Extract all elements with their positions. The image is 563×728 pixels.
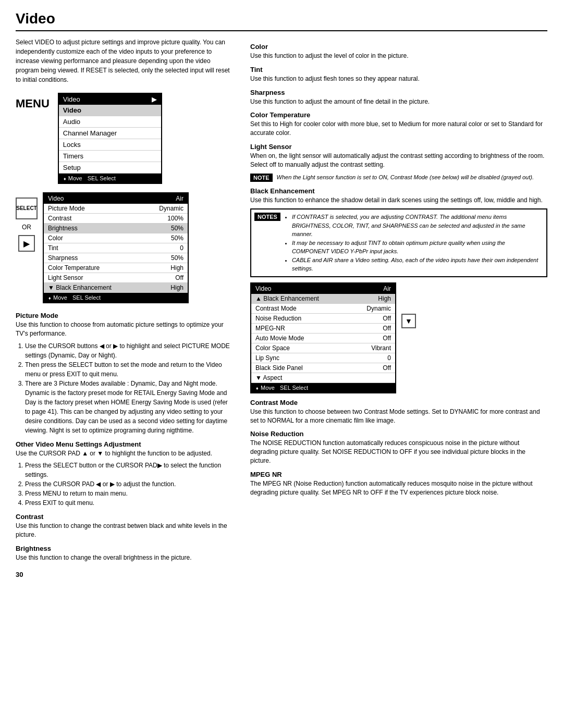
table-row[interactable]: Auto Movie Mode Off xyxy=(251,334,395,343)
row-value: 50% xyxy=(171,235,183,242)
table-row[interactable]: MPEG-NR Off xyxy=(251,324,395,334)
contrast-mode-body: Use this function to choose between two … xyxy=(250,408,547,425)
sharpness-body: Use this function to adjust the amount o… xyxy=(250,97,547,106)
row-label: MPEG-NR xyxy=(255,325,285,332)
table-row[interactable]: Black Side Panel Off xyxy=(251,363,395,373)
table-row[interactable]: ▲ Black Enhancement High xyxy=(251,294,395,304)
row-value: High xyxy=(378,295,391,302)
table-row[interactable]: Brightness 50% xyxy=(44,224,188,233)
tbl2-footer: ⬧ Move SEL Select xyxy=(251,383,395,392)
light-sensor-heading: Light Sensor xyxy=(250,143,547,151)
menu-box: Video ▶ Video Audio Channel Manager Lock… xyxy=(58,93,162,184)
noise-reduction-heading: Noise Reduction xyxy=(250,430,547,438)
arrow-right-button[interactable]: ▶ xyxy=(18,235,35,252)
contrast-heading: Contrast xyxy=(16,513,235,521)
tbl-header-right: Air xyxy=(176,195,183,202)
other-video-body: Use the CURSOR PAD ▲ or ▼ to highlight t… xyxy=(16,449,235,458)
menu-footer: ⬧ Move SEL Select xyxy=(59,174,161,183)
table-row[interactable]: Color 50% xyxy=(44,233,188,243)
list-item: There are 3 Picture Modes available : Dy… xyxy=(25,379,235,435)
black-enhancement-body: Use this function to enhance the shadow … xyxy=(250,196,547,205)
tint-body: Use this function to adjust flesh tones … xyxy=(250,75,547,83)
table-row[interactable]: Light Sensor Off xyxy=(44,273,188,283)
tbl2-header: Video Air xyxy=(251,283,395,294)
row-label: Color Space xyxy=(255,344,290,352)
tbl-footer: ⬧ Move SEL Select xyxy=(44,293,188,302)
contrast-body: Use this function to change the contrast… xyxy=(16,522,235,539)
note-label: NOTE xyxy=(250,174,273,182)
settings-table-2: Video Air ▲ Black Enhancement High Contr… xyxy=(250,282,396,393)
or-label: OR xyxy=(22,224,31,231)
tbl-header-left: Video xyxy=(48,195,64,202)
row-label: Light Sensor xyxy=(48,274,83,281)
menu-item-timers[interactable]: Timers xyxy=(59,151,161,162)
row-value: Off xyxy=(175,274,183,281)
table-row[interactable]: Lip Sync 0 xyxy=(251,353,395,363)
menu-header: Video ▶ xyxy=(59,94,161,105)
row-label: ▼ Aspect xyxy=(255,374,282,381)
list-item: If CONTRAST is selected, you are adjusti… xyxy=(292,213,543,239)
picture-mode-heading: Picture Mode xyxy=(16,312,235,319)
table-row[interactable]: Contrast 100% xyxy=(44,214,188,224)
table-row[interactable]: Color Space Vibrant xyxy=(251,343,395,353)
table-row[interactable]: ▼ Aspect xyxy=(251,373,395,383)
list-item: It may be necessary to adjust TINT to ob… xyxy=(292,239,543,256)
row-label: Color Temperature xyxy=(48,264,100,272)
row-label: Contrast xyxy=(48,215,71,222)
table-row[interactable]: ▼ Black Enhancement High xyxy=(44,283,188,293)
color-body: Use this function to adjust the level of… xyxy=(250,52,547,60)
row-label: Auto Movie Mode xyxy=(255,335,304,342)
notes-content: If CONTRAST is selected, you are adjusti… xyxy=(285,213,543,273)
mpeg-nr-body: The MPEG NR (Noise Reduction) function a… xyxy=(250,479,547,497)
table-row[interactable]: Tint 0 xyxy=(44,243,188,253)
list-item: Press the CURSOR PAD ◀ or ▶ to adjust th… xyxy=(25,479,235,489)
menu-item-setup[interactable]: Setup xyxy=(59,162,161,174)
row-value: High xyxy=(170,264,183,272)
row-value: 50% xyxy=(171,254,183,262)
list-item: Use the CURSOR buttons ◀ or ▶ to highlig… xyxy=(25,341,235,360)
table-row[interactable]: Contrast Mode Dynamic xyxy=(251,304,395,314)
row-value: High xyxy=(170,284,183,291)
select-button[interactable]: SELECT xyxy=(16,198,38,219)
picture-mode-body: Use this function to choose from automat… xyxy=(16,320,235,338)
menu-item-locks[interactable]: Locks xyxy=(59,139,161,151)
table-row[interactable]: Noise Reduction Off xyxy=(251,314,395,324)
row-value: Vibrant xyxy=(371,344,391,352)
contrast-mode-heading: Contrast Mode xyxy=(250,399,547,406)
color-heading: Color xyxy=(250,43,547,51)
menu-label: MENU xyxy=(16,97,50,110)
page-number: 30 xyxy=(16,571,547,578)
brightness-heading: Brightness xyxy=(16,545,235,552)
table-row[interactable]: Color Temperature High xyxy=(44,263,188,273)
menu-diagram: MENU Video ▶ Video Audio Channel Manager… xyxy=(16,93,235,184)
footer-select: SEL Select xyxy=(72,294,101,301)
black-enhancement-heading: Black Enhancement xyxy=(250,187,547,195)
note-text: When the Light sensor function is set to… xyxy=(277,174,534,181)
picture-mode-steps: Use the CURSOR buttons ◀ or ▶ to highlig… xyxy=(16,341,235,435)
menu-item-channel-manager[interactable]: Channel Manager xyxy=(59,128,161,139)
row-label: Black Side Panel xyxy=(255,364,303,372)
notes-box: NOTES If CONTRAST is selected, you are a… xyxy=(250,208,547,277)
tbl-header: Video Air xyxy=(44,193,188,204)
row-value: Off xyxy=(383,364,391,372)
menu-item-video[interactable]: Video xyxy=(59,105,161,116)
list-item: Press the SELECT button or the CURSOR PA… xyxy=(25,461,235,479)
other-video-heading: Other Video Menu Settings Adjustment xyxy=(16,440,235,448)
row-label: Tint xyxy=(48,244,58,252)
menu-item-audio[interactable]: Audio xyxy=(59,116,161,128)
right-column: Color Use this function to adjust the le… xyxy=(250,38,547,565)
list-item: Press EXIT to quit menu. xyxy=(25,498,235,508)
row-label: Lip Sync xyxy=(255,354,279,362)
row-value: Dynamic xyxy=(366,305,391,312)
arrow-down-button[interactable]: ▼ xyxy=(401,314,416,328)
row-label: Noise Reduction xyxy=(255,315,301,322)
row-value: Dynamic xyxy=(159,205,183,212)
menu-header-arrow: ▶ xyxy=(152,95,157,103)
tint-heading: Tint xyxy=(250,66,547,73)
table-row[interactable]: Picture Mode Dynamic xyxy=(44,204,188,214)
table-row[interactable]: Sharpness 50% xyxy=(44,253,188,263)
list-item: Then press the SELECT button to set the … xyxy=(25,360,235,379)
row-label: Sharpness xyxy=(48,254,78,262)
footer-move: ⬧ Move xyxy=(63,175,82,181)
footer2-select: SEL Select xyxy=(280,385,308,391)
